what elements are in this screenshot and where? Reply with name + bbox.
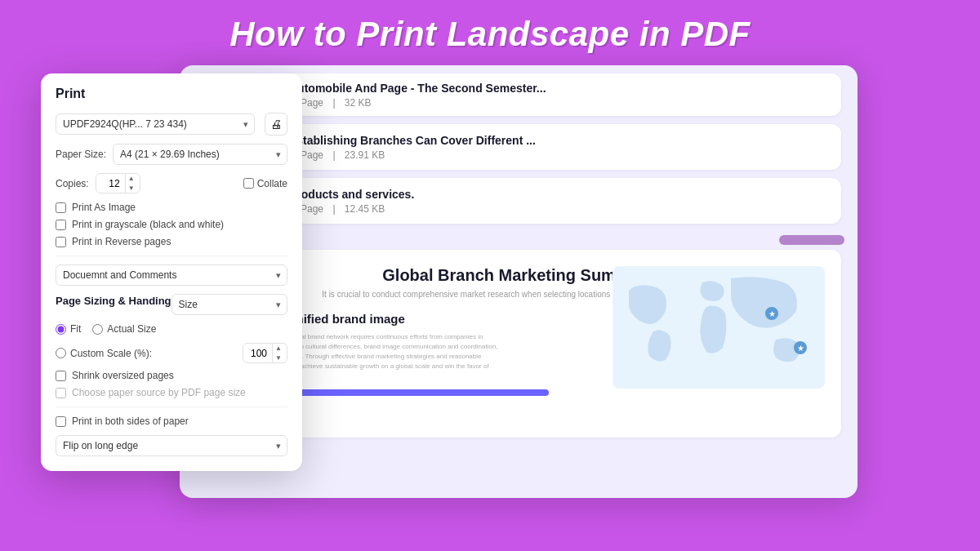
fit-radio-group: Fit Actual Size — [56, 323, 287, 335]
page-sizing-select[interactable]: Size — [172, 294, 287, 315]
scroll-bar[interactable] — [779, 235, 844, 245]
fit-text: Fit — [70, 323, 81, 335]
shrink-row: Shrink oversized pages — [56, 370, 287, 381]
collate-text: Collate — [257, 178, 287, 189]
doc-comments-select-wrapper[interactable]: Docuemnt and Comments — [56, 264, 287, 286]
divider-2 — [56, 407, 287, 407]
copies-down-arrow[interactable]: ▼ — [126, 184, 137, 193]
checkbox-label-sides: Print in both sides of paper — [72, 415, 189, 427]
flip-row: Flip on long edge Flip on short edge — [56, 435, 287, 456]
printer-select-wrapper[interactable]: UPDF2924Q(HP... 7 23 434) — [56, 113, 255, 135]
checkbox-paper-source[interactable] — [56, 388, 66, 398]
scale-input-wrapper[interactable]: ▲ ▼ — [243, 343, 287, 363]
custom-scale-row: Custom Scale (%): ▲ ▼ — [56, 343, 287, 363]
both-sides-row: Print in both sides of paper — [56, 415, 287, 427]
doc-meta-1: 2 Page | 23.91 KB — [289, 149, 828, 161]
actual-size-radio-label[interactable]: Actual Size — [92, 323, 156, 335]
actual-size-radio[interactable] — [92, 324, 103, 335]
custom-scale-radio-label[interactable]: Custom Scale (%): — [56, 348, 152, 359]
doc-title-1: Establishing Branches Can Cover Differen… — [289, 134, 828, 147]
copies-arrows: ▲ ▼ — [125, 174, 137, 193]
flip-select[interactable]: Flip on long edge Flip on short edge — [56, 435, 287, 456]
fit-radio-label[interactable]: Fit — [56, 323, 81, 335]
page-sizing-select-wrapper[interactable]: Size — [172, 294, 287, 315]
checkbox-label-source: Choose paper source by PDF page size — [72, 387, 246, 398]
doc-info-1: Establishing Branches Can Cover Differen… — [289, 134, 828, 161]
checkbox-shrink[interactable] — [56, 371, 66, 381]
page-sizing-label: Page Sizing & Handing — [56, 295, 172, 307]
page-title: How to Print Landscape in PDF — [0, 0, 980, 65]
doc-title-partial: Automobile And Page - The Second Semeste… — [289, 82, 828, 95]
copies-label: Copies: — [56, 178, 89, 189]
dialog-title: Print — [56, 87, 287, 101]
checkbox-label-grayscale: Print in grayscale (black and white) — [72, 219, 224, 230]
doc-info-partial: Automobile And Page - The Second Semeste… — [289, 82, 828, 109]
doc-meta-partial: 4 Page | 32 KB — [289, 97, 828, 109]
printer-icon-button[interactable]: 🖨 — [265, 113, 287, 136]
copies-input-wrapper[interactable]: ▲ ▼ — [96, 173, 140, 193]
main-container: Automobile And Page - The Second Semeste… — [0, 65, 980, 547]
checkbox-row-grayscale: Print in grayscale (black and white) — [56, 219, 287, 230]
divider-1 — [56, 256, 287, 256]
paper-size-label: Paper Size: — [56, 149, 106, 160]
paper-size-row: Paper Size: A4 (21 × 29.69 Inches) — [56, 144, 287, 165]
doc-info-2: Products and services. 3 Page | 12.45 KB — [289, 188, 828, 215]
checkbox-label-reverse: Print in Reverse pages — [72, 236, 171, 247]
page-sizing-row: Page Sizing & Handing Size — [56, 294, 287, 315]
doc-title-2: Products and services. — [289, 188, 828, 201]
custom-scale-radio[interactable] — [56, 348, 66, 358]
paper-size-select[interactable]: A4 (21 × 29.69 Inches) — [113, 144, 287, 165]
custom-scale-text: Custom Scale (%): — [70, 348, 152, 359]
checkbox-row-image: Print As Image — [56, 202, 287, 213]
checkbox-grayscale[interactable] — [56, 220, 66, 230]
checkbox-print-as-image[interactable] — [56, 202, 66, 213]
checkbox-label-shrink: Shrink oversized pages — [72, 370, 174, 381]
copies-input[interactable] — [96, 175, 125, 193]
printer-row: UPDF2924Q(HP... 7 23 434) 🖨 — [56, 113, 287, 136]
collate-checkbox[interactable] — [243, 178, 254, 189]
copies-up-arrow[interactable]: ▲ — [126, 174, 137, 184]
checkbox-reverse[interactable] — [56, 237, 66, 247]
svg-text:★: ★ — [797, 344, 804, 353]
printer-select[interactable]: UPDF2924Q(HP... 7 23 434) — [56, 113, 255, 135]
fit-radio[interactable] — [56, 324, 66, 335]
checkbox-label-image: Print As Image — [72, 202, 136, 213]
scale-down-arrow[interactable]: ▼ — [273, 353, 284, 363]
collate-label[interactable]: Collate — [243, 178, 287, 189]
scale-up-arrow[interactable]: ▲ — [273, 344, 284, 353]
checkbox-both-sides[interactable] — [56, 416, 66, 427]
doc-comments-select[interactable]: Docuemnt and Comments — [56, 264, 287, 286]
flip-select-wrapper[interactable]: Flip on long edge Flip on short edge — [56, 435, 287, 456]
actual-size-text: Actual Size — [107, 323, 156, 335]
checkbox-row-reverse: Print in Reverse pages — [56, 236, 287, 247]
doc-comments-row: Docuemnt and Comments — [56, 264, 287, 286]
doc-meta-2: 3 Page | 12.45 KB — [289, 203, 828, 215]
printer-icon: 🖨 — [270, 118, 282, 131]
scale-input[interactable] — [243, 344, 272, 362]
svg-text:★: ★ — [768, 309, 776, 318]
paper-source-row: Choose paper source by PDF page size — [56, 387, 287, 398]
print-dialog: Print UPDF2924Q(HP... 7 23 434) 🖨 Paper … — [41, 73, 302, 471]
paper-size-select-wrapper[interactable]: A4 (21 × 29.69 Inches) — [113, 144, 287, 165]
scale-arrows: ▲ ▼ — [272, 344, 284, 362]
copies-row: Copies: ▲ ▼ Collate — [56, 173, 287, 193]
